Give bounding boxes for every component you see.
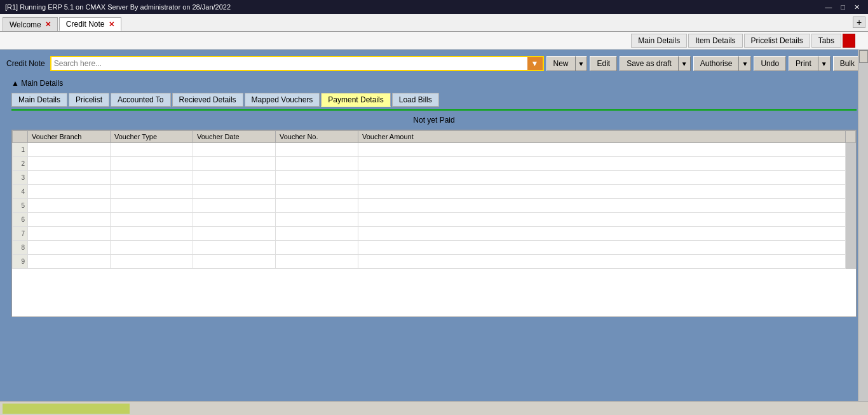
- sub-tabs: Main Details Pricelist Accounted To Reci…: [6, 90, 862, 107]
- new-dropdown-button[interactable]: ▼: [575, 56, 588, 71]
- cell-voucher-no: [276, 185, 358, 199]
- minimize-button[interactable]: —: [822, 3, 835, 12]
- tab-credit-note[interactable]: Credit Note ✕: [59, 17, 121, 31]
- cell-voucher-branch: [28, 143, 111, 157]
- authorise-dropdown-button[interactable]: ▼: [738, 56, 751, 71]
- cell-scrollbar-space: [846, 143, 856, 157]
- table-row: 6: [13, 213, 856, 227]
- cell-voucher-date: [193, 241, 276, 255]
- print-button[interactable]: Print: [789, 56, 818, 71]
- save-as-draft-dropdown-button[interactable]: ▼: [678, 56, 691, 71]
- sub-tab-main-details[interactable]: Main Details: [11, 93, 67, 107]
- table-row: 1: [13, 143, 856, 157]
- panel-tab-pricelist-details[interactable]: Pricelist Details: [744, 34, 810, 48]
- cell-voucher-date: [193, 199, 276, 213]
- new-button[interactable]: New: [546, 56, 575, 71]
- sub-tab-load-bills[interactable]: Load Bills: [392, 93, 439, 107]
- close-button[interactable]: ✕: [851, 3, 863, 12]
- cell-voucher-amount: [358, 143, 846, 157]
- undo-button[interactable]: Undo: [754, 56, 786, 71]
- cell-voucher-branch: [28, 185, 111, 199]
- title-bar: [R1] Running ERP 5.1 on CMAX Server By a…: [0, 0, 868, 14]
- table-row: 9: [13, 255, 856, 269]
- col-header-voucher-branch: Voucher Branch: [28, 131, 111, 143]
- save-as-draft-button-group: Save as draft ▼: [620, 56, 691, 71]
- main-scrollbar[interactable]: [858, 50, 868, 401]
- row-num-cell: 7: [13, 227, 28, 241]
- cell-scrollbar-space: [846, 255, 856, 269]
- col-header-scrollbar: [846, 131, 856, 143]
- authorise-button-group: Authorise ▼: [693, 56, 752, 71]
- tab-welcome-label: Welcome: [10, 20, 41, 29]
- panel-tab-tabs[interactable]: Tabs: [811, 34, 841, 48]
- table-row: 7: [13, 227, 856, 241]
- col-header-voucher-amount: Voucher Amount: [358, 131, 846, 143]
- panel-tab-item-details[interactable]: Item Details: [688, 34, 742, 48]
- row-num-cell: 8: [13, 241, 28, 255]
- cell-voucher-date: [193, 143, 276, 157]
- authorise-button[interactable]: Authorise: [693, 56, 739, 71]
- cell-voucher-type: [111, 241, 193, 255]
- row-num-cell: 2: [13, 157, 28, 171]
- app-title: [R1] Running ERP 5.1 on CMAX Server By a…: [5, 3, 231, 11]
- edit-button[interactable]: Edit: [590, 56, 617, 71]
- cell-scrollbar-space: [846, 199, 856, 213]
- cell-voucher-branch: [28, 199, 111, 213]
- tab-welcome[interactable]: Welcome ✕: [3, 17, 58, 31]
- cell-voucher-amount: [358, 199, 846, 213]
- add-tab-button[interactable]: +: [853, 17, 865, 28]
- maximize-button[interactable]: □: [837, 3, 848, 12]
- tab-credit-note-label: Credit Note: [66, 20, 105, 29]
- table-row: 8: [13, 241, 856, 255]
- cell-voucher-branch: [28, 227, 111, 241]
- cell-voucher-amount: [358, 213, 846, 227]
- cell-voucher-type: [111, 171, 193, 185]
- cell-scrollbar-space: [846, 227, 856, 241]
- green-divider: [11, 109, 857, 111]
- new-button-group: New ▼: [546, 56, 588, 71]
- print-dropdown-button[interactable]: ▼: [818, 56, 831, 71]
- cell-voucher-type: [111, 199, 193, 213]
- cell-voucher-amount: [358, 255, 846, 269]
- sub-tab-mapped-vouchers[interactable]: Mapped Vouchers: [245, 93, 320, 107]
- status-bar: [0, 401, 868, 415]
- window-controls: — □ ✕: [822, 3, 863, 12]
- col-header-rownum: [13, 131, 28, 143]
- table-row: 4: [13, 185, 856, 199]
- sub-tab-received-details[interactable]: Recieved Details: [172, 93, 243, 107]
- sub-tab-pricelist[interactable]: Pricelist: [69, 93, 109, 107]
- tab-welcome-close[interactable]: ✕: [45, 20, 51, 29]
- scrollbar-thumb[interactable]: [859, 50, 868, 63]
- sub-tab-payment-details[interactable]: Payment Details: [321, 93, 390, 107]
- cell-voucher-type: [111, 185, 193, 199]
- panel-tab-red[interactable]: [843, 34, 855, 48]
- sub-tab-accounted-to[interactable]: Accounted To: [111, 93, 171, 107]
- cell-voucher-date: [193, 255, 276, 269]
- search-box: ▼: [50, 56, 544, 71]
- cell-voucher-date: [193, 157, 276, 171]
- row-num-cell: 5: [13, 199, 28, 213]
- cell-voucher-amount: [358, 171, 846, 185]
- cell-voucher-no: [276, 199, 358, 213]
- cell-voucher-date: [193, 227, 276, 241]
- row-num-cell: 9: [13, 255, 28, 269]
- section-header: ▲ Main Details: [6, 76, 862, 90]
- cell-scrollbar-space: [846, 241, 856, 255]
- data-table: Voucher Branch Voucher Type Voucher Date…: [12, 130, 856, 269]
- cell-voucher-no: [276, 171, 358, 185]
- cell-voucher-date: [193, 171, 276, 185]
- cell-scrollbar-space: [846, 213, 856, 227]
- cell-voucher-branch: [28, 213, 111, 227]
- panel-tab-main-details[interactable]: Main Details: [631, 34, 687, 48]
- cell-voucher-no: [276, 157, 358, 171]
- table-row: 3: [13, 171, 856, 185]
- search-dropdown-button[interactable]: ▼: [527, 57, 543, 70]
- save-as-draft-button[interactable]: Save as draft: [620, 56, 678, 71]
- cell-voucher-amount: [358, 227, 846, 241]
- tab-credit-note-close[interactable]: ✕: [109, 20, 114, 29]
- cell-voucher-date: [193, 185, 276, 199]
- cell-voucher-amount: [358, 241, 846, 255]
- cell-voucher-type: [111, 227, 193, 241]
- section-header-label: ▲ Main Details: [11, 79, 63, 88]
- search-input[interactable]: [54, 59, 525, 68]
